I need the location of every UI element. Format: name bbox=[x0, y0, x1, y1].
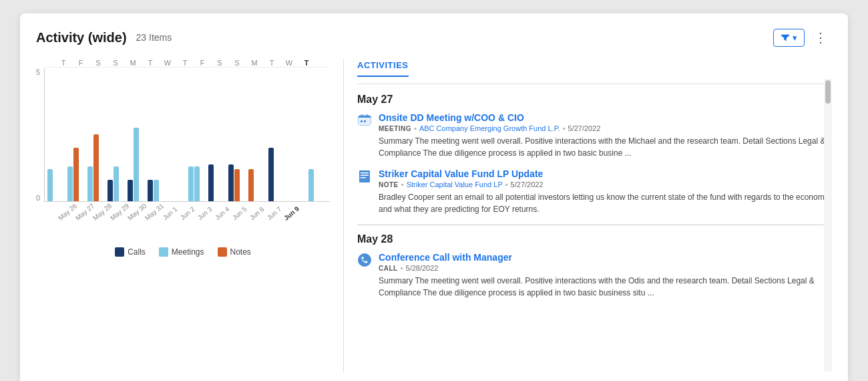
day-group bbox=[308, 169, 327, 201]
day-group bbox=[128, 128, 146, 201]
bar-meetings bbox=[87, 166, 93, 201]
legend-meetings: Meetings bbox=[159, 247, 204, 257]
legend-calls: Calls bbox=[115, 247, 146, 257]
activity-title[interactable]: Conference Call with Manager bbox=[379, 252, 832, 263]
activity-body: Onsite DD Meeting w/COO & CIO MEETING • … bbox=[379, 112, 832, 159]
day-group bbox=[67, 148, 86, 201]
day-letter: T bbox=[298, 59, 315, 67]
day-letters-row: T F S S M T W T F S S M T W T bbox=[36, 59, 330, 67]
bar-calls bbox=[128, 180, 133, 201]
bar-notes bbox=[73, 148, 79, 201]
date-section-may28: May 28 bbox=[357, 233, 832, 245]
legend-notes-color bbox=[218, 247, 227, 257]
day-letter: W bbox=[280, 59, 298, 67]
x-label: May 26 bbox=[57, 205, 75, 222]
header-left: Activity (wide) 23 Items bbox=[36, 30, 172, 45]
more-options-button[interactable]: ⋮ bbox=[810, 27, 832, 48]
day-group bbox=[87, 134, 106, 201]
main-content: T F S S M T W T F S S M T W T 5 0 bbox=[36, 59, 832, 372]
day-letter: T bbox=[176, 59, 194, 67]
chart-legend: Calls Meetings Notes bbox=[36, 247, 330, 257]
activities-list: May 27 Onsite DD Mee bbox=[357, 91, 832, 372]
day-letter: T bbox=[142, 59, 159, 67]
meta-link[interactable]: Striker Capital Value Fund LP bbox=[407, 180, 503, 188]
activity-meta: CALL • 5/28/2022 bbox=[379, 264, 832, 272]
bar-notes bbox=[234, 169, 240, 201]
bar-meetings bbox=[47, 169, 53, 201]
activity-body: Conference Call with Manager CALL • 5/28… bbox=[379, 252, 832, 299]
meta-type: MEETING bbox=[379, 125, 411, 132]
activity-title[interactable]: Striker Capital Value Fund LP Update bbox=[379, 168, 832, 179]
meta-type: CALL bbox=[379, 265, 398, 272]
bar-calls bbox=[148, 180, 153, 201]
legend-calls-color bbox=[115, 247, 124, 257]
day-group bbox=[268, 148, 287, 201]
svg-rect-9 bbox=[361, 177, 366, 178]
items-count: 23 Items bbox=[136, 32, 172, 43]
svg-point-10 bbox=[358, 253, 371, 267]
activity-meta: NOTE • Striker Capital Value Fund LP • 5… bbox=[379, 180, 832, 188]
meeting-icon bbox=[357, 113, 372, 128]
svg-rect-2 bbox=[361, 114, 363, 117]
svg-rect-8 bbox=[361, 175, 369, 176]
day-letter: S bbox=[228, 59, 246, 67]
x-label: Jun 2 bbox=[178, 205, 196, 222]
activity-meta: MEETING • ABC Company Emerging Growth Fu… bbox=[379, 124, 832, 132]
x-label-current: Jun 9 bbox=[282, 205, 300, 222]
day-group bbox=[107, 166, 126, 201]
day-letter: M bbox=[124, 59, 142, 67]
chart-wrapper: 5 0 bbox=[36, 68, 330, 202]
day-group bbox=[228, 164, 247, 201]
bar-meetings bbox=[114, 166, 119, 201]
scrollbar[interactable] bbox=[824, 79, 832, 372]
bar-notes bbox=[248, 169, 254, 201]
scrollbar-thumb[interactable] bbox=[825, 80, 831, 104]
day-letter: S bbox=[211, 59, 228, 67]
day-group bbox=[148, 180, 166, 201]
x-label: Jun 7 bbox=[265, 205, 283, 222]
list-item: Striker Capital Value Fund LP Update NOT… bbox=[357, 168, 832, 215]
bar-meetings bbox=[194, 166, 200, 201]
legend-meetings-color bbox=[159, 247, 168, 257]
day-letter: T bbox=[263, 59, 280, 67]
call-icon bbox=[357, 253, 372, 267]
day-letter: M bbox=[246, 59, 263, 67]
legend-calls-label: Calls bbox=[128, 247, 146, 257]
day-letter: T bbox=[55, 59, 72, 67]
tab-divider bbox=[357, 84, 832, 84]
chart-bars bbox=[44, 68, 330, 202]
filter-dropdown-icon: ▾ bbox=[793, 33, 797, 43]
svg-rect-5 bbox=[364, 120, 366, 122]
bar-calls bbox=[208, 164, 214, 201]
bar-calls bbox=[268, 148, 274, 201]
day-letter: F bbox=[72, 59, 89, 67]
chart-area: T F S S M T W T F S S M T W T 5 0 bbox=[36, 59, 343, 372]
bar-meetings bbox=[188, 166, 194, 201]
activities-panel: ACTIVITIES May 27 bbox=[343, 59, 832, 372]
meta-link[interactable]: ABC Company Emerging Growth Fund L.P. bbox=[419, 124, 560, 132]
bar-notes bbox=[93, 134, 99, 201]
activity-summary: Summary The meeting went well overall. P… bbox=[379, 275, 832, 299]
meta-date: 5/27/2022 bbox=[511, 180, 544, 188]
x-label: Jun 5 bbox=[230, 205, 248, 222]
y-label-bottom: 0 bbox=[36, 194, 40, 202]
filter-button[interactable]: ▾ bbox=[773, 29, 805, 47]
day-group bbox=[208, 164, 227, 201]
activities-tab[interactable]: ACTIVITIES bbox=[357, 60, 409, 77]
bar-meetings bbox=[154, 180, 159, 201]
list-item: Conference Call with Manager CALL • 5/28… bbox=[357, 252, 832, 299]
activity-summary: Summary The meeting went well overall. P… bbox=[379, 135, 832, 159]
activity-body: Striker Capital Value Fund LP Update NOT… bbox=[379, 168, 832, 215]
meta-date: 5/27/2022 bbox=[568, 124, 601, 132]
bar-meetings bbox=[308, 169, 314, 201]
activity-title[interactable]: Onsite DD Meeting w/COO & CIO bbox=[379, 112, 832, 123]
filter-icon bbox=[781, 33, 790, 42]
svg-rect-3 bbox=[367, 114, 368, 117]
note-icon bbox=[357, 169, 372, 184]
meta-type: NOTE bbox=[379, 181, 399, 188]
day-group bbox=[47, 169, 66, 201]
bar-meetings bbox=[134, 128, 139, 201]
day-letter: F bbox=[194, 59, 211, 67]
header-right: ▾ ⋮ bbox=[773, 27, 832, 48]
legend-notes: Notes bbox=[218, 247, 251, 257]
